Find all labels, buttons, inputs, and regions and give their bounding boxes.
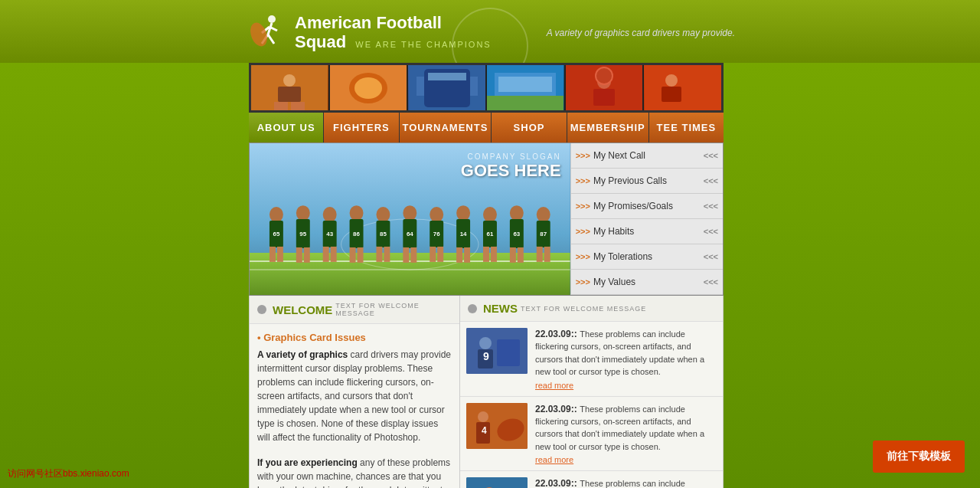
arrow-left-icon-3: >>> — [576, 201, 590, 211]
news-title: NEWS — [483, 302, 518, 315]
welcome-header: WELCOME TEXT FOR WELCOME MESSAGE — [250, 296, 459, 324]
svg-point-72 — [456, 205, 470, 221]
svg-rect-46 — [304, 247, 310, 263]
news-section: NEWS TEXT FOR WELCOME MESSAGE 9 22.03.09… — [460, 296, 723, 488]
sidebar-item-my-promises[interactable]: >>> My Promises/Goals <<< — [571, 194, 723, 219]
svg-text:43: 43 — [326, 231, 333, 237]
arrow-right-icon-5: <<< — [704, 252, 718, 261]
svg-point-37 — [270, 207, 283, 222]
sidebar-label-1: My Next Call — [593, 150, 704, 161]
svg-rect-66 — [410, 247, 416, 263]
svg-point-57 — [376, 207, 390, 222]
svg-point-67 — [430, 207, 443, 222]
download-button[interactable]: 前往下载模板 — [873, 441, 965, 473]
svg-text:95: 95 — [299, 231, 306, 237]
logo-title2: Squad WE ARE THE CHAMPIONS — [295, 33, 492, 51]
header-tagline: A variety of graphics card drivers may p… — [547, 28, 735, 38]
arrow-left-icon-1: >>> — [576, 151, 590, 160]
svg-rect-70 — [430, 247, 436, 262]
svg-line-3 — [268, 34, 274, 44]
nav-tee-times[interactable]: TEE TIMES — [649, 113, 724, 142]
news-item-2: 4 22.03.09:: These problems can include … — [460, 397, 723, 472]
nav-membership[interactable]: MEMBERSHIP — [567, 113, 649, 142]
news-date-2: 22.03.09:: — [535, 404, 577, 414]
content-area: COMPANY SLOGAN GOES HERE 65 — [249, 142, 724, 296]
news-thumb-2: 4 — [466, 403, 528, 449]
nav-shop[interactable]: SHOP — [492, 113, 567, 142]
svg-rect-81 — [491, 247, 497, 262]
welcome-subtitle: TEXT FOR WELCOME MESSAGE — [335, 302, 452, 317]
hero-goes-here: GOES HERE — [461, 161, 561, 181]
svg-text:86: 86 — [353, 231, 360, 237]
svg-point-52 — [350, 205, 364, 221]
arrow-left-icon-5: >>> — [576, 252, 590, 261]
svg-text:65: 65 — [273, 231, 279, 237]
svg-rect-30 — [662, 87, 681, 102]
welcome-dot — [257, 305, 266, 314]
article-body: A variety of graphics card drivers may p… — [257, 348, 452, 444]
news-dot — [468, 304, 477, 313]
header-inner: American Football Squad WE ARE THE CHAMP… — [245, 11, 735, 54]
photo-5 — [566, 65, 645, 110]
photo-6 — [644, 65, 721, 110]
svg-rect-86 — [518, 247, 524, 263]
nav-about-us[interactable]: ABOUT US — [249, 113, 324, 142]
news-thumb-1: 9 — [466, 328, 528, 374]
nav-bar: ABOUT US FIGHTERS TOURNAMENTS SHOP MEMBE… — [249, 113, 724, 142]
sidebar-item-my-tolerations[interactable]: >>> My Tolerations <<< — [571, 244, 723, 270]
sidebar-item-my-previous-calls[interactable]: >>> My Previous Calls <<< — [571, 169, 723, 194]
arrow-left-icon-6: >>> — [576, 277, 590, 287]
svg-rect-10 — [274, 102, 288, 111]
svg-rect-65 — [403, 247, 409, 263]
welcome-section: WELCOME TEXT FOR WELCOME MESSAGE Graphic… — [250, 296, 460, 488]
svg-point-29 — [665, 74, 678, 87]
svg-rect-17 — [428, 73, 466, 80]
sidebar-label-4: My Habits — [593, 226, 704, 237]
svg-point-82 — [510, 205, 524, 221]
news-item-3: 22.03.09:: These problems can include — [460, 471, 723, 488]
svg-rect-91 — [544, 247, 550, 262]
svg-rect-80 — [483, 247, 489, 262]
arrow-right-icon-4: <<< — [704, 227, 718, 236]
sidebar-item-my-habits[interactable]: >>> My Habits <<< — [571, 219, 723, 244]
photo-3 — [408, 65, 487, 110]
news-header: NEWS TEXT FOR WELCOME MESSAGE — [460, 296, 723, 322]
svg-text:85: 85 — [380, 231, 387, 237]
svg-rect-60 — [376, 247, 382, 262]
svg-text:64: 64 — [407, 231, 413, 237]
sidebar-item-my-next-call[interactable]: >>> My Next Call <<< — [571, 143, 723, 169]
svg-rect-75 — [456, 247, 462, 263]
hero-slogan: COMPANY SLOGAN GOES HERE — [461, 152, 561, 181]
sidebar: >>> My Next Call <<< >>> My Previous Cal… — [570, 143, 723, 295]
news-item-1: 9 22.03.09:: These problems can include … — [460, 322, 723, 397]
svg-point-93 — [479, 337, 492, 349]
svg-point-0 — [268, 15, 276, 23]
svg-rect-26 — [593, 89, 615, 106]
svg-rect-96 — [497, 339, 520, 366]
header-section: American Football Squad WE ARE THE CHAMP… — [0, 0, 980, 63]
news-read-more-2[interactable]: read more — [535, 455, 717, 464]
bottom-area: WELCOME TEXT FOR WELCOME MESSAGE Graphic… — [249, 296, 724, 488]
svg-point-14 — [354, 77, 382, 99]
svg-rect-51 — [331, 247, 337, 262]
news-read-more-1[interactable]: read more — [535, 381, 717, 390]
photo-1 — [251, 65, 330, 110]
page-wrapper: American Football Squad WE ARE THE CHAMP… — [0, 0, 980, 488]
arrow-right-icon-1: <<< — [704, 151, 718, 160]
logo-area: American Football Squad WE ARE THE CHAMP… — [245, 11, 492, 54]
arrow-left-icon-4: >>> — [576, 227, 590, 236]
hero-company-slogan: COMPANY SLOGAN — [461, 152, 561, 161]
svg-text:76: 76 — [433, 231, 440, 237]
svg-rect-41 — [277, 247, 283, 262]
main-container: ABOUT US FIGHTERS TOURNAMENTS SHOP MEMBE… — [249, 63, 731, 488]
nav-fighters[interactable]: FIGHTERS — [324, 113, 399, 142]
players-svg: 65 95 — [257, 199, 563, 268]
news-date-3: 22.03.09:: — [535, 478, 577, 488]
svg-text:9: 9 — [483, 350, 489, 362]
svg-rect-23 — [498, 77, 552, 92]
main-outer: ABOUT US FIGHTERS TOURNAMENTS SHOP MEMBE… — [0, 63, 980, 488]
nav-tournaments[interactable]: TOURNAMENTS — [400, 113, 492, 142]
svg-point-42 — [296, 205, 310, 221]
news-content-3: 22.03.09:: These problems can include — [535, 477, 717, 488]
sidebar-item-my-values[interactable]: >>> My Values <<< — [571, 270, 723, 295]
